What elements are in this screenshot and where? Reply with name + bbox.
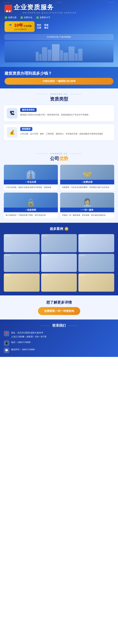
check-icon-2: ✓ bbox=[36, 16, 39, 19]
header-line: CHOOSE US bbox=[4, 93, 114, 95]
advantage-header: CHOOSE US 公司优势 bbox=[4, 152, 114, 162]
case-img-7: K酷图网 bbox=[4, 274, 40, 292]
advantage-label-service: 一对一服务 bbox=[60, 208, 114, 212]
case-watermark-2: K酷图网 bbox=[42, 235, 48, 237]
adv-right-divider bbox=[70, 154, 82, 154]
building-1 bbox=[36, 52, 39, 61]
advantage-desc-privacy: 签订保密协议，严格把控客户资料，绝不信息外泄 bbox=[4, 212, 58, 218]
city-buildings bbox=[5, 41, 113, 61]
building-2 bbox=[39, 54, 41, 61]
phone-icon: 📱 bbox=[4, 340, 9, 346]
cases-title: 超多案例 bbox=[50, 226, 63, 231]
advantage-desc-price: 价格透明，无任何无关附加费用，所有项目均签订合作协议 bbox=[60, 184, 114, 190]
case-img-5: K酷图网 bbox=[41, 254, 77, 272]
building-3 bbox=[42, 47, 47, 61]
cases-grid: K酷图网 K酷图网 K酷图网 K酷图网 K酷图网 K酷图网 K酷图网 K酷图网 … bbox=[4, 234, 114, 292]
cases-header: 超多案例 ▼ bbox=[4, 226, 114, 231]
construction-module-card: 🏗 建筑资质模块 建筑施工资质总专包(新办等)；密渠填筑升级、延期及建筑生产安全… bbox=[4, 105, 114, 121]
advantage-grid: 👔 专业办理 十年行业经验，熟知行业政策法规与办理流程，高效快速 🤝 收费合理 … bbox=[4, 165, 114, 218]
qualification-title: 资质类型 bbox=[4, 96, 114, 102]
case-img-2: K酷图网 bbox=[41, 234, 77, 252]
price-cta-button[interactable]: 10秒出报价 一键获取1对1咨询 bbox=[5, 78, 113, 85]
privacy-illustration: 🔒 bbox=[26, 198, 36, 207]
more-info-title: 想了解更多详情 bbox=[4, 300, 114, 305]
tax-module-header: 财税模块 bbox=[20, 127, 32, 131]
hero-badges: ✓ 免费注册 ✓ 免费办包 ✓ 免费拿许可 bbox=[5, 16, 113, 19]
construction-module-content: 建筑资质模块 建筑施工资质总专包(新办等)；密渠填筑升级、延期及建筑生产安全许可… bbox=[20, 108, 91, 116]
building-4 bbox=[48, 50, 51, 61]
experience-badge: 🏅 10年 行业经验 没有中间赚差价 bbox=[5, 21, 35, 32]
price-illustration: 🤝 bbox=[82, 170, 92, 179]
location-icon: 📍 bbox=[4, 331, 9, 336]
case-watermark-7: K酷图网 bbox=[5, 274, 10, 276]
more-info-section: 想了解更多详情 免费获取一对一详情咨询 bbox=[0, 296, 118, 320]
advantage-section: CHOOSE US 公司优势 👔 专业办理 十年行业经验，熟知行业政策法规与办理… bbox=[0, 148, 118, 223]
advantage-img-price: 🤝 收费合理 bbox=[60, 165, 114, 184]
case-watermark-6: K酷图网 bbox=[79, 254, 85, 257]
wechat-icon: 💬 bbox=[4, 348, 9, 353]
service-illustration: 👩‍💼 bbox=[82, 198, 92, 207]
check-icon-0: ✓ bbox=[5, 16, 7, 19]
contact-title: 联系我们 bbox=[4, 323, 114, 328]
advantage-img-professional: 👔 专业办理 bbox=[4, 165, 58, 184]
hero-experience: 🏅 10年 行业经验 没有中间赚差价 性价 比高 快速 拿证 bbox=[5, 21, 113, 32]
contact-section: 联系我们 📍 地址：武汉市汉阳区龙阳大道56号 人信汇C馆6楼（创客星）626～… bbox=[0, 320, 118, 357]
experience-features: 性价 比高 快速 拿证 bbox=[37, 24, 48, 30]
advantage-card-price: 🤝 收费合理 价格透明，无任何无关附加费用，所有项目均签订合作协议 bbox=[60, 165, 114, 190]
feature-title-0: 性价 比高 bbox=[37, 24, 41, 29]
advantage-title: 公司优势 bbox=[4, 156, 114, 162]
contact-phone: 电话：18607178888 bbox=[11, 340, 31, 344]
feature-1: 快速 拿证 bbox=[44, 24, 48, 30]
case-watermark-3: K酷图网 bbox=[79, 235, 85, 237]
focus-badge: 专注 建筑 bbox=[5, 5, 12, 12]
feature-0: 性价 比高 bbox=[37, 24, 41, 30]
left-divider bbox=[36, 94, 48, 94]
case-img-4: K酷图网 bbox=[4, 254, 40, 272]
adv-left-divider bbox=[36, 154, 48, 154]
contact-row-address: 📍 地址：武汉市汉阳区龙阳大道56号 人信汇C馆6楼（创客星）626～627室 bbox=[4, 331, 114, 338]
hero-section: K酷图网 K酷图网 K酷图网 专注 建筑 企业资质服务 ENTERPRISE Q… bbox=[0, 0, 118, 67]
advantage-card-professional: 👔 专业办理 十年行业经验，熟知行业政策法规与办理流程，高效快速 bbox=[4, 165, 58, 190]
hero-badge-0: ✓ 免费注册 bbox=[5, 16, 17, 19]
badge-label-2: 免费拿许可 bbox=[40, 16, 50, 19]
advantage-card-service: 👩‍💼 一对一服务 完善的一对一服务制度，售后保障，真正做到后顾无忧 bbox=[60, 192, 114, 218]
hero-top: 专注 建筑 企业资质服务 ENTERPRISE QUALIFICATION SE… bbox=[5, 3, 113, 14]
case-img-3: K酷图网 bbox=[78, 234, 114, 252]
case-watermark-8: K酷图网 bbox=[42, 274, 48, 276]
cases-section: 超多案例 ▼ K酷图网 K酷图网 K酷图网 K酷图网 K酷图网 K酷图网 K酷图… bbox=[0, 223, 118, 296]
tax-module-icon: 💰 bbox=[7, 127, 18, 138]
hero-subtitle-en: ENTERPRISE QUALIFICATION SERVICE bbox=[23, 12, 77, 14]
advantage-card-privacy: 🔒 信息保密 签订保密协议，严格把控客户资料，绝不信息外泄 bbox=[4, 192, 58, 218]
advantage-desc-professional: 十年行业经验，熟知行业政策法规与办理流程，高效快速 bbox=[4, 184, 58, 190]
qualification-header: CHOOSE US 资质类型 bbox=[4, 93, 114, 102]
case-img-6: K酷图网 bbox=[78, 254, 114, 272]
building-10 bbox=[78, 49, 82, 61]
price-section: 建筑资质办理到底多少钱？ 10秒出报价 一键获取1对1咨询 bbox=[0, 67, 118, 88]
feature-title-1: 快速 拿证 bbox=[44, 24, 48, 29]
advantage-img-service: 👩‍💼 一对一服务 bbox=[60, 192, 114, 212]
price-question: 建筑资质办理到底多少钱？ bbox=[5, 71, 113, 76]
case-img-1: K酷图网 bbox=[4, 234, 40, 252]
case-watermark-9: K酷图网 bbox=[79, 274, 85, 276]
tax-module-content: 财税模块 公司注册、会计代理、服务：工商变更、股权转让、专利项目申报、税税诊断及… bbox=[20, 127, 103, 136]
adv-choose-label: CHOOSE US bbox=[50, 152, 68, 155]
advantage-label-privacy: 信息保密 bbox=[4, 208, 58, 212]
contact-wechat: 微信同号：18607178888 bbox=[11, 348, 35, 352]
advantage-desc-service: 完善的一对一服务制度，售后保障，真正做到后顾无忧 bbox=[60, 212, 114, 218]
case-watermark-5: K酷图网 bbox=[42, 254, 48, 257]
more-info-cta-button[interactable]: 免费获取一对一详情咨询 bbox=[38, 307, 80, 315]
construction-module-icon: 🏗 bbox=[7, 108, 18, 118]
check-icon-1: ✓ bbox=[20, 16, 23, 19]
case-watermark-1: K酷图网 bbox=[5, 235, 10, 237]
experience-years: 10年 bbox=[14, 22, 23, 28]
contact-info: 📍 地址：武汉市汉阳区龙阳大道56号 人信汇C馆6楼（创客星）626～627室 … bbox=[4, 331, 114, 353]
hero-promise: 先办理后付款 不成功就退款 bbox=[5, 34, 113, 40]
tax-module-card: 💰 财税模块 公司注册、会计代理、服务：工商变更、股权转让、专利项目申报、税税诊… bbox=[4, 124, 114, 140]
case-img-8: K酷图网 bbox=[41, 274, 77, 292]
right-divider bbox=[70, 94, 82, 94]
advantage-label-professional: 专业办理 bbox=[4, 180, 58, 184]
construction-module-desc: 建筑施工资质总专包(新办等)；密渠填筑升级、延期及建筑生产安全许可等服务； bbox=[20, 113, 91, 116]
hero-badge-2: ✓ 免费拿许可 bbox=[36, 16, 50, 19]
construction-module-header: 建筑资质模块 bbox=[20, 108, 37, 112]
contact-row-phone: 📱 电话：18607178888 bbox=[4, 340, 114, 346]
